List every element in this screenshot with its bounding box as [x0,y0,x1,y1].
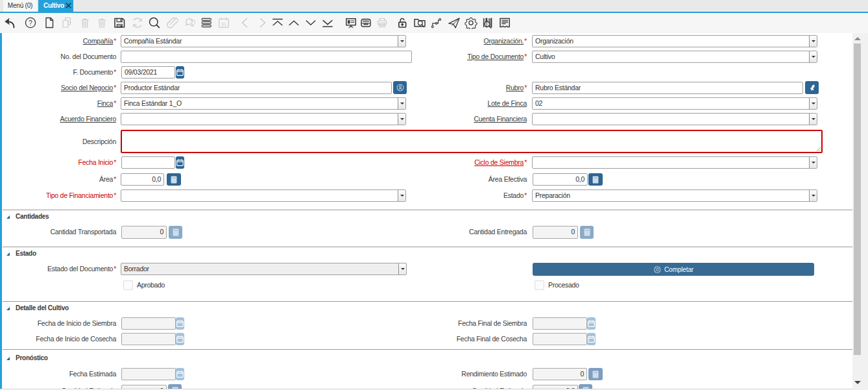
svg-text:31: 31 [221,22,226,27]
svg-text:?: ? [29,19,32,27]
